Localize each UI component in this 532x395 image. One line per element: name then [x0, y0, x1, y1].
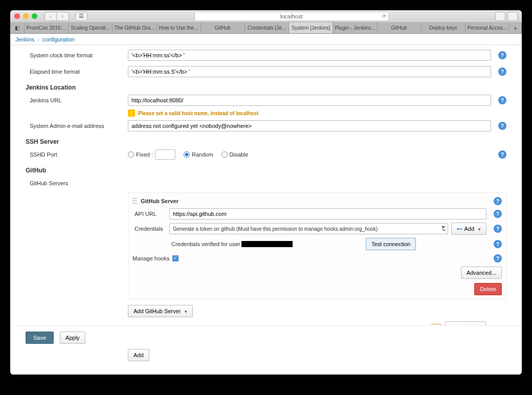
- browser-tab[interactable]: PromCon 2016:...: [25, 23, 69, 33]
- help-icon[interactable]: ?: [494, 197, 502, 205]
- radio-icon: [221, 151, 228, 158]
- warning-icon: !: [128, 109, 135, 117]
- zoom-window-button[interactable]: [32, 13, 37, 19]
- help-icon[interactable]: ?: [498, 122, 506, 130]
- browser-tab[interactable]: How to Use the...: [157, 23, 201, 33]
- system-clock-label: System clock time format: [26, 52, 128, 58]
- radio-icon: [128, 151, 134, 158]
- show-tabs-button[interactable]: [507, 12, 518, 21]
- credentials-select[interactable]: Generate a token on github (Must have th…: [169, 223, 448, 234]
- credentials-label: Credentials: [132, 226, 169, 232]
- browser-tab[interactable]: Credentials [Je...: [245, 23, 289, 33]
- help-icon[interactable]: ?: [498, 96, 506, 104]
- browser-tab[interactable]: The GitHub Gra...: [113, 23, 157, 33]
- radio-icon: [184, 151, 190, 158]
- warning-text: Please set a valid host name, instead of…: [138, 111, 258, 116]
- help-icon[interactable]: ?: [494, 210, 502, 218]
- github-server-panel: GitHub Server ? API URL ? Credentials: [128, 192, 506, 300]
- elapsed-time-input[interactable]: [128, 66, 491, 77]
- hostname-warning: ! Please set a valid host name, instead …: [128, 109, 506, 117]
- browser-tab[interactable]: Scaling Operati...: [69, 23, 113, 33]
- browser-tab[interactable]: Deploy keys: [422, 23, 465, 33]
- caret-down-icon: [183, 308, 187, 314]
- nav-forward-button[interactable]: ›: [57, 12, 69, 21]
- browser-tab[interactable]: Personal Acces...: [465, 23, 509, 33]
- apply-button[interactable]: Apply: [60, 332, 85, 344]
- credentials-verified-text: Credentials verified for user: [171, 241, 293, 247]
- help-icon[interactable]: ?: [498, 51, 506, 59]
- close-window-button[interactable]: [14, 13, 20, 19]
- help-icon[interactable]: ?: [498, 150, 506, 159]
- api-url-label: API URL: [132, 211, 169, 217]
- sshd-random-option[interactable]: Random: [184, 151, 213, 158]
- breadcrumb: Jenkins › configuration: [10, 34, 522, 45]
- jenkins-url-label: Jenkins URL: [26, 97, 128, 103]
- key-icon: ⊷: [457, 226, 462, 232]
- delete-button[interactable]: Delete: [474, 283, 502, 295]
- browser-tab[interactable]: System [Jenkins]: [289, 23, 333, 33]
- help-icon[interactable]: ?: [494, 225, 502, 233]
- help-icon[interactable]: ?: [494, 240, 502, 248]
- ssh-server-header: SSH Server: [26, 138, 506, 145]
- browser-tab[interactable]: Plugin - Jenkins...: [333, 23, 377, 33]
- sshd-port-label: SSHD Port: [26, 151, 128, 158]
- caret-down-icon: [476, 226, 481, 232]
- save-button[interactable]: Save: [26, 332, 54, 344]
- new-tab-button[interactable]: +: [509, 23, 522, 33]
- github-header: GitHub: [26, 167, 506, 174]
- system-clock-input[interactable]: [128, 50, 491, 61]
- sshd-fixed-port-input[interactable]: [155, 149, 175, 160]
- breadcrumb-root[interactable]: Jenkins: [15, 36, 34, 42]
- github-server-title: GitHub Server: [141, 198, 179, 204]
- minimize-window-button[interactable]: [23, 13, 29, 19]
- add-credentials-button[interactable]: ⊷ Add: [451, 223, 486, 235]
- test-connection-button[interactable]: Test connection: [366, 238, 416, 250]
- help-icon[interactable]: ?: [498, 68, 506, 76]
- browser-tab[interactable]: GitHub: [201, 23, 245, 33]
- github-servers-label: GitHub Servers: [26, 180, 128, 186]
- jenkins-location-header: Jenkins Location: [26, 84, 506, 91]
- browser-tabs: ◧ PromCon 2016:... Scaling Operati... Th…: [10, 23, 522, 34]
- traffic-lights: [14, 13, 37, 19]
- browser-tab[interactable]: GitHub: [378, 23, 422, 33]
- nav-back-button[interactable]: ‹: [45, 12, 57, 21]
- reload-icon[interactable]: ⟳: [382, 13, 386, 19]
- page-content[interactable]: System clock time format ? Elapsed time …: [10, 45, 522, 375]
- url-text: localhost: [280, 13, 302, 19]
- share-button[interactable]: [495, 12, 505, 21]
- form-footer: Save Apply: [10, 325, 522, 349]
- window-titlebar: ‹ › ☰ localhost ⟳: [10, 10, 522, 23]
- elapsed-time-label: Elapsed time format: [26, 69, 128, 75]
- advanced-button[interactable]: Advanced...: [461, 267, 502, 279]
- pinned-tab[interactable]: ◧: [10, 23, 25, 33]
- add-enterprise-server-button[interactable]: Add: [128, 349, 149, 361]
- help-icon[interactable]: ?: [494, 254, 502, 262]
- admin-email-label: System Admin e-mail address: [26, 123, 128, 129]
- sshd-disable-option[interactable]: Disable: [221, 151, 249, 158]
- url-bar[interactable]: localhost ⟳: [194, 12, 389, 21]
- sshd-fixed-option[interactable]: Fixed :: [128, 149, 175, 160]
- manage-hooks-label: Manage hooks: [132, 255, 169, 261]
- manage-hooks-checkbox[interactable]: [172, 255, 179, 261]
- breadcrumb-page[interactable]: configuration: [42, 36, 75, 42]
- redacted-username: [241, 241, 293, 247]
- jenkins-url-input[interactable]: [128, 95, 491, 106]
- api-url-input[interactable]: [169, 208, 486, 220]
- show-sidebar-button[interactable]: ☰: [75, 12, 87, 21]
- drag-handle-icon[interactable]: [132, 198, 138, 204]
- add-github-server-button[interactable]: Add GitHub Server: [128, 305, 193, 317]
- admin-email-input[interactable]: [128, 120, 491, 131]
